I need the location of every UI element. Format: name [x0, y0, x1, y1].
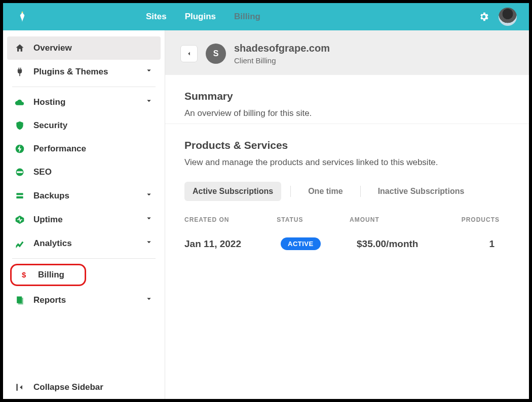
sidebar-item-seo[interactable]: SEO	[3, 160, 165, 184]
sidebar: Overview Plugins & Themes Hosting Securi…	[3, 30, 165, 399]
sidebar-label: SEO	[33, 167, 52, 177]
svg-rect-3	[17, 171, 23, 173]
tab-one-time[interactable]: One time	[300, 182, 351, 201]
sidebar-label: Overview	[33, 43, 72, 53]
chevron-down-icon	[144, 237, 154, 249]
main: S shadesofgrape.com Client Billing Summa…	[165, 30, 529, 399]
sidebar-label: Analytics	[33, 238, 72, 249]
products-text: View and manage the products and service…	[184, 157, 510, 168]
backups-icon	[14, 190, 25, 202]
collapse-icon	[14, 382, 25, 393]
sidebar-item-backups[interactable]: Backups	[3, 184, 165, 208]
status-badge: ACTIVE	[281, 237, 321, 250]
analytics-icon	[14, 238, 25, 249]
summary-heading: Summary	[184, 90, 510, 102]
user-avatar[interactable]	[499, 8, 517, 26]
dollar-icon: $	[19, 269, 30, 280]
svg-rect-4	[16, 193, 23, 195]
table-header: CREATED ON STATUS AMOUNT PRODUCTS	[184, 213, 510, 230]
sidebar-item-billing[interactable]: $ Billing	[10, 264, 86, 286]
products-heading: Products & Services	[184, 139, 510, 151]
svg-text:$: $	[22, 270, 26, 279]
table-row[interactable]: Jan 11, 2022 ACTIVE $35.00/month 1	[184, 230, 510, 257]
sidebar-label: Backups	[33, 191, 69, 201]
svg-rect-8	[18, 298, 23, 304]
summary-text: An overview of billing for this site.	[184, 108, 510, 118]
topbar: Sites Plugins Billing	[3, 3, 529, 30]
cell-status: ACTIVE	[281, 237, 357, 250]
sidebar-item-hosting[interactable]: Hosting	[3, 90, 165, 114]
chevron-down-icon	[144, 66, 154, 77]
sidebar-label: Security	[33, 120, 67, 131]
sidebar-label: Performance	[33, 144, 86, 154]
tab-separator	[290, 186, 291, 197]
app-logo-icon[interactable]	[15, 10, 29, 24]
sidebar-label: Plugins & Themes	[33, 67, 108, 77]
sidebar-label: Hosting	[33, 97, 65, 107]
sidebar-item-performance[interactable]: Performance	[3, 137, 165, 160]
sidebar-label: Reports	[33, 295, 66, 305]
sidebar-label: Billing	[38, 270, 64, 280]
site-name: shadesofgrape.com	[234, 43, 330, 54]
col-status: STATUS	[277, 216, 350, 223]
col-amount: AMOUNT	[350, 216, 462, 223]
chevron-down-icon	[144, 294, 154, 306]
chevron-down-icon	[144, 190, 154, 202]
sidebar-item-uptime[interactable]: Uptime	[3, 208, 165, 231]
cell-products: 1	[473, 238, 510, 250]
topnav-billing[interactable]: Billing	[234, 12, 260, 22]
topnav-plugins[interactable]: Plugins	[185, 12, 216, 22]
topnav: Sites Plugins Billing	[146, 12, 260, 22]
cloud-icon	[14, 97, 25, 108]
cell-created: Jan 11, 2022	[184, 238, 281, 250]
tab-inactive-subs[interactable]: Inactive Subscriptions	[370, 182, 473, 201]
topnav-sites[interactable]: Sites	[146, 12, 167, 22]
tab-separator	[360, 186, 361, 197]
summary-section: Summary An overview of billing for this …	[165, 75, 529, 124]
back-button[interactable]	[180, 45, 198, 62]
col-created: CREATED ON	[184, 216, 277, 223]
bolt-icon	[14, 143, 25, 154]
page-header: S shadesofgrape.com Client Billing	[165, 30, 529, 75]
svg-point-0	[22, 12, 23, 13]
chevron-down-icon	[144, 96, 154, 108]
shield-icon	[14, 120, 25, 131]
cell-amount: $35.00/month	[357, 238, 473, 250]
products-tabs: Active Subscriptions One time Inactive S…	[184, 182, 510, 201]
products-section: Products & Services View and manage the …	[165, 124, 529, 262]
sidebar-item-reports[interactable]: Reports	[3, 288, 165, 312]
site-subtitle: Client Billing	[234, 56, 330, 65]
chevron-down-icon	[144, 214, 154, 225]
sidebar-item-analytics[interactable]: Analytics	[3, 231, 165, 255]
col-products: PRODUCTS	[462, 216, 510, 223]
sidebar-label: Collapse Sidebar	[33, 382, 103, 392]
sidebar-item-collapse[interactable]: Collapse Sidebar	[3, 376, 165, 399]
sidebar-item-overview[interactable]: Overview	[7, 36, 161, 60]
sidebar-item-security[interactable]: Security	[3, 114, 165, 137]
reports-icon	[14, 295, 25, 306]
svg-rect-5	[16, 196, 23, 198]
settings-icon[interactable]	[478, 11, 489, 22]
sidebar-label: Uptime	[33, 215, 63, 225]
site-initial-badge: S	[206, 44, 226, 64]
seo-icon	[14, 167, 25, 178]
plug-icon	[14, 66, 25, 77]
uptime-icon	[14, 214, 25, 225]
sidebar-item-plugins-themes[interactable]: Plugins & Themes	[3, 60, 165, 84]
home-icon	[14, 43, 25, 54]
tab-active-subs[interactable]: Active Subscriptions	[184, 182, 281, 201]
